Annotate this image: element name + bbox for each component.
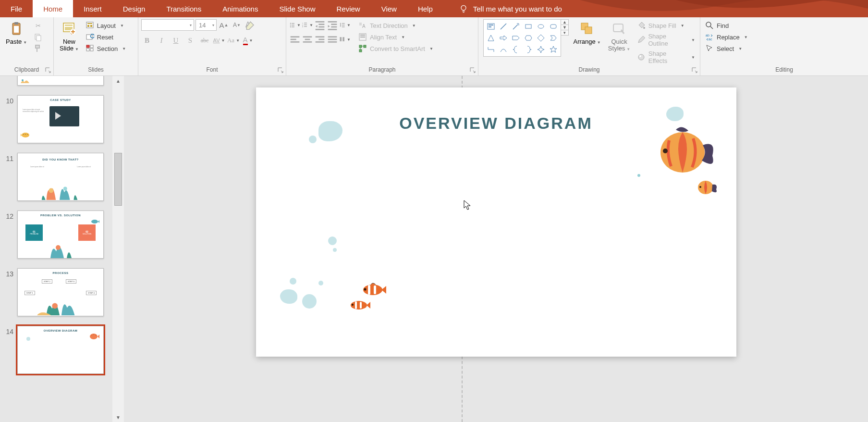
slide-thumbnail-11[interactable]: DID YOU KNOW THAT? Lorem ipsum dolor sit…: [17, 153, 104, 201]
shape-effects-button[interactable]: Shape Effects▼: [635, 49, 697, 65]
menu-file[interactable]: File: [0, 0, 33, 17]
gallery-up-button[interactable]: ▲: [561, 20, 568, 25]
slide-thumbnail-14[interactable]: OVERVIEW DIAGRAM: [17, 326, 104, 374]
ribbon-group-paragraph: ▼ 123▼ ▼ ▼ IIAText Direction▼ Align Text…: [286, 17, 478, 75]
decrease-font-button[interactable]: A▼: [231, 19, 243, 31]
format-painter-button[interactable]: [32, 43, 44, 54]
svg-rect-40: [340, 24, 341, 26]
slide-thumbnail-12[interactable]: PROBLEM VS. SOLUTION 01PROBLEM 02SOLUTIO…: [17, 211, 104, 259]
layout-button[interactable]: Layout▼: [84, 20, 128, 31]
shape-brace-left[interactable]: [510, 44, 522, 55]
scrollbar-thumb[interactable]: [114, 153, 122, 206]
shape-connector[interactable]: [485, 44, 497, 55]
text-direction-button[interactable]: IIAText Direction▼: [356, 20, 435, 31]
scrollbar-down-button[interactable]: ▼: [112, 412, 124, 422]
scrollbar-up-button[interactable]: ▲: [112, 76, 124, 86]
shape-fill-button[interactable]: Shape Fill▼: [635, 20, 697, 31]
paragraph-launcher[interactable]: [469, 67, 476, 74]
numbering-button[interactable]: 123▼: [302, 19, 313, 31]
shape-textbox[interactable]: [485, 21, 497, 32]
paste-button[interactable]: Paste▼: [3, 19, 30, 47]
bold-button[interactable]: B: [141, 35, 153, 46]
align-center-button[interactable]: [302, 34, 313, 45]
menu-insert[interactable]: Insert: [73, 0, 112, 17]
shape-star4[interactable]: [535, 44, 547, 55]
menu-transitions[interactable]: Transitions: [156, 0, 212, 17]
shadow-button[interactable]: S: [184, 35, 196, 46]
menu-design[interactable]: Design: [112, 0, 156, 17]
justify-button[interactable]: [327, 34, 338, 45]
menu-animations[interactable]: Animations: [212, 0, 269, 17]
slide-canvas[interactable]: OVERVIEW DIAGRAM: [256, 87, 736, 357]
shape-arrow-line[interactable]: [510, 21, 522, 32]
menu-review[interactable]: Review: [326, 0, 370, 17]
reset-button[interactable]: Reset: [84, 32, 128, 42]
find-button[interactable]: Find: [703, 20, 750, 31]
convert-smartart-button[interactable]: Convert to SmartArt▼: [356, 43, 435, 54]
shapes-gallery-scroller[interactable]: ▲ ▼ ▾: [561, 19, 569, 36]
drawing-launcher[interactable]: [691, 67, 698, 74]
shape-brace-right[interactable]: [522, 44, 535, 55]
menu-view[interactable]: View: [371, 0, 407, 17]
slide-thumbnail-9[interactable]: [17, 76, 104, 86]
slide-thumbnail-13[interactable]: PROCESS STEP 1 STEP 2 STEP 3 STEP 4: [17, 268, 104, 316]
align-left-button[interactable]: [289, 34, 301, 45]
underline-button[interactable]: U: [170, 35, 182, 46]
svg-rect-47: [303, 36, 312, 37]
char-spacing-button[interactable]: AV▼: [213, 35, 225, 46]
cut-button[interactable]: ✂: [32, 20, 44, 31]
gallery-more-button[interactable]: ▾: [561, 30, 568, 35]
select-button[interactable]: Select▼: [703, 43, 750, 54]
shape-star5[interactable]: [547, 44, 560, 55]
slide-editor-area[interactable]: OVERVIEW DIAGRAM: [124, 76, 868, 422]
arrange-button[interactable]: Arrange▼: [571, 19, 603, 47]
shape-rectangle[interactable]: [522, 21, 535, 32]
shape-chevron[interactable]: [547, 32, 560, 44]
shape-pentagon[interactable]: [510, 32, 522, 44]
shape-outline-button[interactable]: Shape Outline▼: [635, 32, 697, 48]
slide-number: 12: [2, 211, 13, 220]
menu-help[interactable]: Help: [407, 0, 443, 17]
copy-button[interactable]: [32, 32, 44, 42]
shape-oval[interactable]: [535, 21, 547, 32]
tell-me-search[interactable]: Tell me what you want to do: [448, 0, 573, 17]
menu-home[interactable]: Home: [33, 0, 73, 17]
font-color-button[interactable]: A▼: [242, 35, 254, 46]
clipboard-launcher[interactable]: [45, 67, 51, 74]
strikethrough-button[interactable]: abc: [199, 35, 210, 46]
shape-triangle[interactable]: [485, 32, 497, 44]
font-family-combo[interactable]: ▾: [141, 19, 194, 31]
thumbnail-scrollbar[interactable]: ▲ ▼: [112, 76, 124, 422]
svg-line-70: [513, 25, 518, 29]
shape-diamond[interactable]: [535, 32, 547, 44]
bullets-button[interactable]: ▼: [289, 19, 301, 31]
increase-font-button[interactable]: A▲: [218, 19, 230, 31]
shape-rounded-rect[interactable]: [547, 21, 560, 32]
font-size-combo[interactable]: 14▾: [196, 19, 217, 31]
quick-styles-label: Quick Styles: [608, 38, 627, 52]
align-right-button[interactable]: [314, 34, 326, 45]
shape-curve[interactable]: [497, 44, 510, 55]
gallery-down-button[interactable]: ▼: [561, 25, 568, 30]
shape-line[interactable]: [497, 21, 510, 32]
clear-formatting-button[interactable]: A: [244, 19, 256, 31]
section-button[interactable]: Section▼: [84, 43, 128, 54]
align-text-button[interactable]: Align Text▼: [356, 32, 435, 42]
increase-indent-button[interactable]: [327, 19, 338, 31]
italic-button[interactable]: I: [156, 35, 167, 46]
svg-rect-32: [316, 21, 325, 23]
menu-slideshow[interactable]: Slide Show: [269, 0, 326, 17]
shape-hexagon[interactable]: [522, 32, 535, 44]
layout-icon: [86, 21, 94, 30]
font-launcher[interactable]: [277, 67, 284, 74]
shapes-gallery[interactable]: [483, 19, 561, 57]
new-slide-button[interactable]: New Slide▼: [57, 19, 82, 54]
change-case-button[interactable]: Aa▼: [228, 35, 239, 46]
replace-button[interactable]: abacReplace▼: [703, 32, 750, 42]
slide-thumbnail-10[interactable]: CASE STUDY Lorem ipsum dolor sit amet co…: [17, 95, 104, 143]
decrease-indent-button[interactable]: [314, 19, 326, 31]
line-spacing-button[interactable]: ▼: [339, 19, 351, 31]
quick-styles-button[interactable]: Quick Styles▼: [605, 19, 633, 54]
shape-right-arrow[interactable]: [497, 32, 510, 44]
columns-button[interactable]: ▼: [339, 34, 351, 45]
